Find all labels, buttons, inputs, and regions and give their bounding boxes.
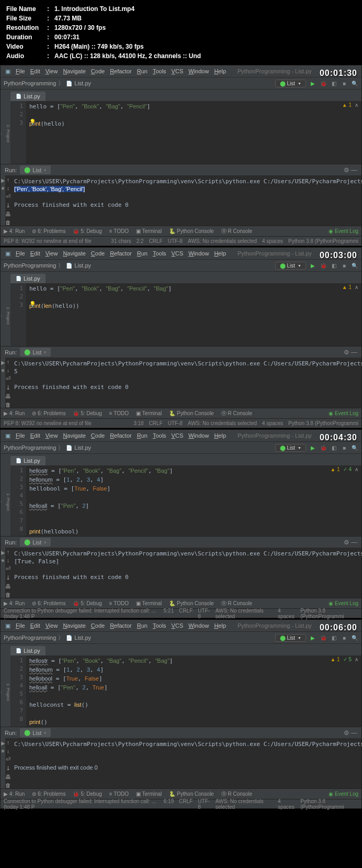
run-button[interactable]: ▶ xyxy=(309,444,316,451)
trash-icon[interactable]: 🗑 xyxy=(5,402,11,408)
tool-terminal[interactable]: ▣ Terminal xyxy=(136,228,162,234)
tool-terminal[interactable]: ▣ Terminal xyxy=(136,410,162,416)
rerun-icon[interactable]: ▶ xyxy=(1,360,5,365)
run-tab[interactable]: ⬤List × xyxy=(20,538,50,547)
print-icon[interactable]: 🖶 xyxy=(5,393,11,399)
scroll-icon[interactable]: ⤓ xyxy=(6,384,10,391)
menu-code[interactable]: Code xyxy=(88,432,107,439)
menu-window[interactable]: Window xyxy=(186,250,211,257)
tool-problems[interactable]: ⊘ 6: Problems xyxy=(32,410,65,416)
menu-navigate[interactable]: Navigate xyxy=(60,622,88,629)
tool-run[interactable]: ▶ 4: Run xyxy=(4,600,25,606)
tool-debug[interactable]: 🐞 5: Debug xyxy=(73,228,101,234)
tool-python-console[interactable]: 🐍 Python Console xyxy=(169,410,213,416)
tool-terminal[interactable]: ▣ Terminal xyxy=(136,600,162,606)
coverage-button[interactable]: ◧ xyxy=(330,262,337,269)
wrap-icon[interactable]: ⏎ xyxy=(6,756,10,763)
up-icon[interactable]: ↑ xyxy=(7,739,10,745)
run-tab[interactable]: ⬤List × xyxy=(20,165,50,174)
tab-list-py[interactable]: 📄List.py xyxy=(10,456,46,465)
menu-file[interactable]: File xyxy=(13,622,28,629)
inspection-icon[interactable]: ∧ xyxy=(355,284,358,290)
menu-help[interactable]: Help xyxy=(211,68,229,74)
code-area[interactable]: hellostr = ["Pen", "Book", "Bag", "Penci… xyxy=(10,465,361,536)
debug-button[interactable]: 🐞 xyxy=(320,262,327,269)
menu-edit[interactable]: Edit xyxy=(28,250,43,257)
menu-refactor[interactable]: Refactor xyxy=(107,250,134,257)
inspection-icon[interactable]: ∧ xyxy=(355,466,358,472)
menu-edit[interactable]: Edit xyxy=(28,622,43,629)
menu-file[interactable]: File xyxy=(13,68,28,74)
tool-debug[interactable]: 🐞 5: Debug xyxy=(73,791,101,797)
editor[interactable]: 123 💡 ▲ 1 ∧ hello = ["Pen", "Book", "Bag… xyxy=(10,283,361,346)
menu-code[interactable]: Code xyxy=(88,250,107,257)
menu-navigate[interactable]: Navigate xyxy=(60,432,88,439)
breadcrumb-file[interactable]: List.py xyxy=(74,635,91,641)
menu-vcs[interactable]: VCS xyxy=(169,432,186,439)
event-log[interactable]: ◉ Event Log xyxy=(329,228,358,234)
scroll-icon[interactable]: ⤓ xyxy=(6,202,10,209)
event-log[interactable]: ◉ Event Log xyxy=(329,410,358,416)
menu-view[interactable]: View xyxy=(43,432,61,439)
debug-button[interactable]: 🐞 xyxy=(320,444,327,451)
menu-help[interactable]: Help xyxy=(211,622,229,629)
menu-edit[interactable]: Edit xyxy=(28,68,43,74)
gear-icon[interactable]: ⚙ — xyxy=(344,539,357,546)
favorite-icon[interactable]: ★ xyxy=(1,558,5,563)
run-tab[interactable]: ⬤List × xyxy=(20,728,50,737)
stop-button[interactable]: ■ xyxy=(341,262,348,269)
run-config-selector[interactable]: ⬤ List xyxy=(275,634,307,642)
menu-tools[interactable]: Tools xyxy=(150,432,169,439)
menu-view[interactable]: View xyxy=(43,250,61,257)
menu-view[interactable]: View xyxy=(43,622,61,629)
intention-bulb-icon[interactable]: 💡 xyxy=(29,119,36,125)
menu-navigate[interactable]: Navigate xyxy=(60,68,88,74)
down-icon[interactable]: ↓ xyxy=(7,557,10,563)
inspection-widget[interactable]: ▲ 1✓ 5 ∧ xyxy=(330,656,358,662)
favorite-icon[interactable]: ★ xyxy=(1,748,5,754)
menu-window[interactable]: Window xyxy=(186,68,211,74)
tool-terminal[interactable]: ▣ Terminal xyxy=(136,791,162,797)
search-icon[interactable]: 🔍 xyxy=(351,262,358,269)
tab-list-py[interactable]: 📄List.py xyxy=(10,274,46,283)
menu-file[interactable]: File xyxy=(13,432,28,439)
coverage-button[interactable]: ◧ xyxy=(330,80,337,87)
console-output[interactable]: C:\Users\USER\PycharmProjects\PythonProg… xyxy=(11,358,362,408)
tool-python-console[interactable]: 🐍 Python Console xyxy=(169,228,213,234)
print-icon[interactable]: 🖶 xyxy=(5,583,11,589)
tool-python-console[interactable]: 🐍 Python Console xyxy=(169,791,213,797)
down-icon[interactable]: ↓ xyxy=(7,185,10,191)
tab-list-py[interactable]: 📄List.py xyxy=(10,646,46,655)
scroll-icon[interactable]: ⤓ xyxy=(6,574,10,581)
menu-tools[interactable]: Tools xyxy=(150,68,169,74)
gear-icon[interactable]: ⚙ — xyxy=(344,729,357,737)
tool-todo[interactable]: ≡ TODO xyxy=(109,791,129,797)
menu-vcs[interactable]: VCS xyxy=(169,68,186,74)
stop-button[interactable]: ■ xyxy=(341,80,348,87)
gear-icon[interactable]: ⚙ — xyxy=(344,349,357,356)
intention-bulb-icon[interactable]: 💡 xyxy=(29,301,36,307)
rerun-icon[interactable]: ▶ xyxy=(1,740,5,746)
down-icon[interactable]: ↓ xyxy=(7,367,10,373)
search-icon[interactable]: 🔍 xyxy=(351,634,358,641)
print-icon[interactable]: 🖶 xyxy=(5,211,11,217)
code-area[interactable]: hello = ["Pen", "Book", "Bag", "Pencil"]… xyxy=(10,101,361,164)
code-area[interactable]: hellostr = ["Pen", "Book", "Bag", "Penci… xyxy=(10,655,361,727)
debug-button[interactable]: 🐞 xyxy=(320,80,327,87)
print-icon[interactable]: 🖶 xyxy=(5,774,11,780)
wrap-icon[interactable]: ⏎ xyxy=(6,565,10,572)
breadcrumb-project[interactable]: PythonProgramming xyxy=(4,80,56,86)
menu-window[interactable]: Window xyxy=(186,622,211,629)
menu-help[interactable]: Help xyxy=(211,250,229,257)
run-button[interactable]: ▶ xyxy=(309,262,316,269)
menu-run[interactable]: Run xyxy=(134,250,150,257)
wrap-icon[interactable]: ⏎ xyxy=(6,375,10,382)
console-output[interactable]: C:\Users\USER\PycharmProjects\PythonProg… xyxy=(11,548,362,598)
event-log[interactable]: ◉ Event Log xyxy=(329,600,358,606)
inspection-widget[interactable]: ▲ 1✓ 4 ∧ xyxy=(330,466,358,472)
tool-todo[interactable]: ≡ TODO xyxy=(109,410,129,416)
menu-refactor[interactable]: Refactor xyxy=(107,68,134,74)
menu-tools[interactable]: Tools xyxy=(150,250,169,257)
breadcrumb-file[interactable]: List.py xyxy=(74,80,91,86)
tool-run[interactable]: ▶ 4: Run xyxy=(4,410,25,416)
